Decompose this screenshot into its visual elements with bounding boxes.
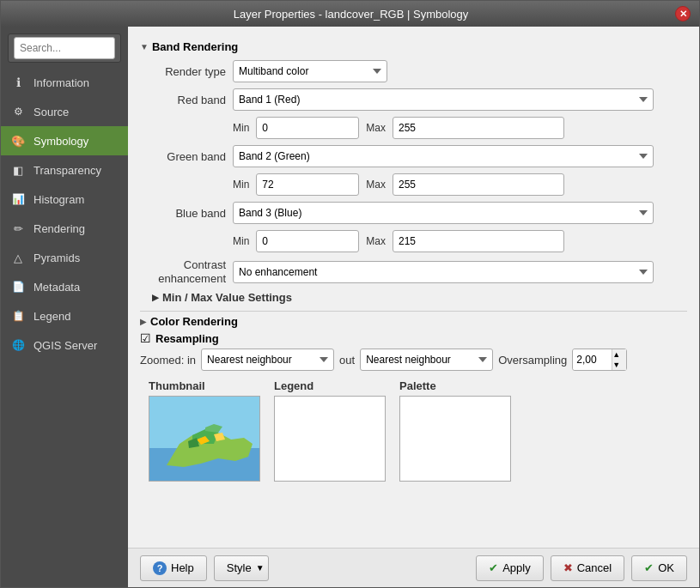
search-input[interactable] — [14, 37, 115, 59]
titlebar: Layer Properties - landcover_RGB | Symbo… — [1, 1, 699, 27]
green-minmax-row: Min Max — [140, 173, 687, 196]
pyramids-icon: △ — [9, 249, 27, 266]
previews-row: Thumbnail — [140, 379, 687, 482]
histogram-icon: 📊 — [9, 191, 27, 208]
sidebar-item-label: Legend — [33, 310, 70, 323]
sidebar-item-metadata[interactable]: 📄 Metadata — [1, 272, 128, 301]
blue-band-row: Blue band Band 3 (Blue) — [140, 202, 687, 224]
sidebar-item-label: Information — [33, 76, 89, 89]
main-window: Layer Properties - landcover_RGB | Symbo… — [0, 0, 700, 588]
style-button[interactable]: Style ▼ — [214, 555, 269, 581]
sidebar-item-rendering[interactable]: ✏ Rendering — [1, 214, 128, 243]
apply-checkmark-icon: ✔ — [489, 561, 498, 574]
cancel-button[interactable]: ✖ Cancel — [551, 555, 624, 581]
green-min-label: Min — [233, 179, 249, 191]
apply-button[interactable]: ✔ Apply — [476, 555, 544, 581]
legend-box: Legend — [274, 379, 386, 482]
search-box[interactable] — [8, 33, 121, 63]
resampling-row: Zoomed: in Nearest neighbour Bilinear Cu… — [140, 349, 687, 371]
zoomed-out-select[interactable]: Nearest neighbour Bilinear Cubic — [360, 349, 493, 371]
min-max-settings[interactable]: ▶ Min / Max Value Settings — [140, 291, 687, 304]
help-label: Help — [171, 561, 194, 574]
resampling-checkbox[interactable]: ☑ — [140, 331, 151, 345]
help-icon: ? — [153, 561, 167, 575]
bottom-right: ✔ Apply ✖ Cancel ✔ OK — [476, 555, 687, 581]
oversampling-down[interactable]: ▼ — [612, 360, 626, 370]
sidebar-item-symbology[interactable]: 🎨 Symbology — [1, 126, 128, 155]
legend-label: Legend — [274, 379, 313, 392]
green-band-row: Green band Band 2 (Green) — [140, 145, 687, 167]
red-band-row: Red band Band 1 (Red) — [140, 88, 687, 111]
close-button[interactable]: ✕ — [675, 6, 691, 21]
sidebar-item-source[interactable]: ⚙ Source — [1, 97, 128, 126]
blue-min-input[interactable] — [256, 230, 359, 252]
resampling-header: ☑ Resampling — [140, 331, 687, 345]
oversampling-up[interactable]: ▲ — [612, 349, 626, 360]
sidebar-item-label: Source — [33, 106, 69, 118]
contrast-row: Contrastenhancement No enhancement — [140, 258, 687, 285]
sidebar-item-histogram[interactable]: 📊 Histogram — [1, 185, 128, 214]
legend-icon: 📋 — [9, 307, 27, 324]
cancel-label: Cancel — [577, 561, 612, 574]
source-icon: ⚙ — [9, 103, 27, 120]
min-max-arrow: ▶ — [152, 293, 159, 302]
palette-box: Palette — [399, 379, 511, 482]
palette-image — [399, 396, 511, 482]
sidebar-item-information[interactable]: ℹ Information — [1, 68, 128, 97]
contrast-select[interactable]: No enhancement — [233, 261, 654, 283]
metadata-icon: 📄 — [9, 278, 27, 295]
render-type-select[interactable]: Multiband color — [233, 60, 387, 82]
oversampling-label: Oversampling — [498, 354, 567, 367]
bottom-bar: ? Help Style ▼ ✔ Apply ✖ Cancel — [128, 548, 699, 587]
sidebar-item-label: Symbology — [33, 135, 88, 148]
help-button[interactable]: ? Help — [140, 555, 207, 581]
red-max-label: Max — [366, 122, 386, 134]
sidebar-item-legend[interactable]: 📋 Legend — [1, 301, 128, 330]
sidebar-item-pyramids[interactable]: △ Pyramids — [1, 243, 128, 272]
color-rendering-title: Color Rendering — [150, 315, 238, 328]
ok-label: OK — [658, 561, 674, 574]
band-rendering-arrow: ▼ — [140, 42, 149, 52]
blue-minmax-row: Min Max — [140, 230, 687, 252]
rendering-icon: ✏ — [9, 220, 27, 237]
green-band-select[interactable]: Band 2 (Green) — [233, 145, 654, 167]
legend-image — [274, 396, 386, 482]
blue-max-label: Max — [366, 235, 386, 247]
thumbnail-svg — [149, 397, 260, 482]
transparency-icon: ◧ — [9, 161, 27, 179]
sidebar-item-label: Metadata — [33, 281, 80, 294]
content-area: ℹ Information ⚙ Source 🎨 Symbology ◧ Tra… — [1, 27, 699, 587]
red-band-select[interactable]: Band 1 (Red) — [233, 88, 654, 111]
ok-button[interactable]: ✔ OK — [631, 555, 687, 581]
color-rendering-header: ▶ Color Rendering — [140, 315, 687, 328]
red-min-label: Min — [233, 122, 249, 134]
sidebar: ℹ Information ⚙ Source 🎨 Symbology ◧ Tra… — [1, 27, 128, 587]
sidebar-item-label: Transparency — [33, 164, 101, 177]
qgis-server-icon: 🌐 — [9, 336, 27, 354]
window-title: Layer Properties - landcover_RGB | Symbo… — [27, 8, 675, 21]
zoomed-out-label: out — [339, 354, 355, 367]
main-content: ▼ Band Rendering Render type Multiband c… — [128, 27, 699, 548]
sidebar-item-qgis-server[interactable]: 🌐 QGIS Server — [1, 330, 128, 360]
blue-band-label: Blue band — [140, 207, 226, 220]
green-min-input[interactable] — [256, 173, 359, 196]
band-rendering-header: ▼ Band Rendering — [140, 40, 687, 53]
zoomed-in-label: Zoomed: in — [140, 354, 196, 367]
oversampling-input[interactable] — [573, 349, 612, 370]
apply-label: Apply — [502, 561, 531, 574]
sidebar-item-label: QGIS Server — [33, 339, 97, 352]
blue-band-select[interactable]: Band 3 (Blue) — [233, 202, 654, 224]
thumbnail-label: Thumbnail — [149, 379, 205, 392]
red-max-input[interactable] — [393, 117, 564, 139]
blue-min-label: Min — [233, 235, 249, 247]
red-min-input[interactable] — [256, 117, 359, 139]
green-band-label: Green band — [140, 150, 226, 163]
red-band-label: Red band — [140, 94, 226, 106]
symbology-icon: 🎨 — [9, 132, 27, 149]
sidebar-item-label: Pyramids — [33, 252, 80, 264]
green-max-input[interactable] — [393, 173, 564, 196]
zoomed-in-select[interactable]: Nearest neighbour Bilinear Cubic — [201, 349, 334, 371]
blue-max-input[interactable] — [393, 230, 564, 252]
resampling-title: Resampling — [155, 332, 219, 345]
sidebar-item-transparency[interactable]: ◧ Transparency — [1, 155, 128, 185]
